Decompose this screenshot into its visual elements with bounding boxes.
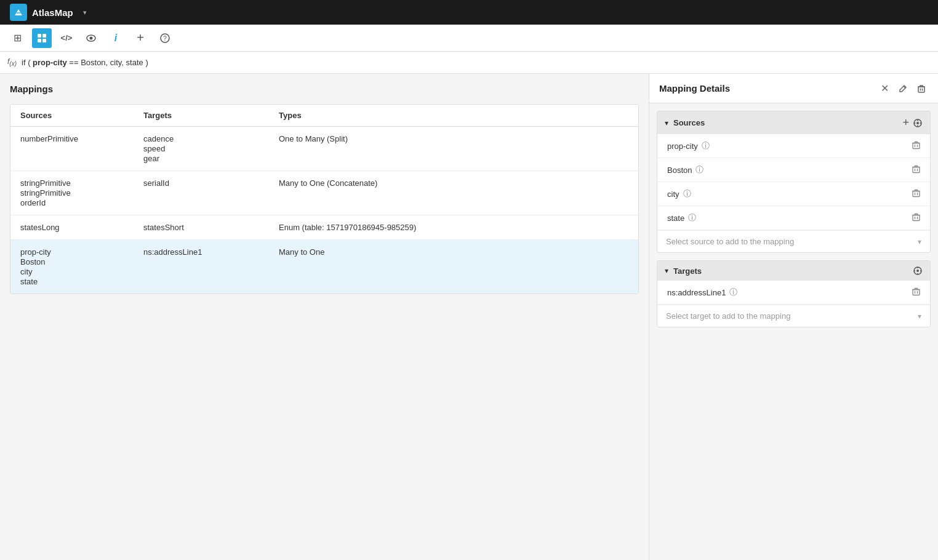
logo-icon: [10, 4, 27, 21]
formula-label: f(x): [7, 57, 17, 67]
mappings-title: Mappings: [10, 84, 639, 94]
target-name: ns:addressLine1 ⓘ: [667, 287, 737, 298]
target-info-icon[interactable]: ⓘ: [729, 287, 737, 298]
sources-chevron[interactable]: ▾: [665, 119, 668, 127]
source-info-icon[interactable]: ⓘ: [695, 164, 704, 175]
main-content: Mappings Sources Targets Types numberPri…: [0, 74, 938, 560]
app-chevron[interactable]: ▾: [83, 9, 87, 17]
delete-source-button[interactable]: [912, 213, 920, 223]
delete-source-button[interactable]: [912, 141, 920, 151]
col-sources-header: Sources: [10, 105, 134, 126]
svg-point-13: [915, 122, 916, 124]
delete-source-button[interactable]: [912, 189, 920, 199]
sources-header-left: ▾ Sources: [665, 118, 705, 127]
svg-rect-1: [42, 34, 46, 38]
close-button[interactable]: ✕: [878, 81, 891, 95]
svg-text:?: ?: [163, 35, 167, 42]
table-row[interactable]: stringPrimitivestringPrimitiveorderId se…: [10, 171, 638, 215]
right-panel: Mapping Details ✕: [649, 74, 938, 560]
source-item: city ⓘ: [657, 182, 930, 206]
table-row[interactable]: numberPrimitive cadencespeedgear One to …: [10, 127, 638, 171]
targets-section: ▾ Targets: [657, 260, 931, 327]
help-icon[interactable]: ?: [155, 28, 175, 48]
svg-rect-16: [913, 167, 920, 172]
source-item: Boston ⓘ: [657, 158, 930, 182]
svg-point-14: [920, 122, 921, 124]
table-header: Sources Targets Types: [10, 105, 638, 127]
targets-actions: [913, 266, 923, 276]
svg-point-11: [917, 119, 918, 121]
layout-icon[interactable]: ⊞: [7, 28, 27, 48]
select-target-dropdown[interactable]: Select target to add to the mapping ▾: [657, 305, 930, 327]
source-info-icon[interactable]: ⓘ: [683, 188, 691, 199]
mappings-table: Sources Targets Types numberPrimitive ca…: [10, 104, 639, 294]
svg-point-10: [916, 122, 919, 124]
sources-section: ▾ Sources +: [657, 111, 931, 253]
svg-rect-18: [913, 215, 920, 220]
target-item: ns:addressLine1 ⓘ: [657, 281, 930, 305]
delete-target-button[interactable]: [912, 287, 920, 298]
grid-icon[interactable]: [32, 28, 52, 48]
row-targets: serialId: [143, 178, 279, 207]
targets-chevron[interactable]: ▾: [665, 266, 668, 275]
source-name: city ⓘ: [667, 188, 691, 199]
svg-rect-15: [913, 143, 920, 148]
source-item: state ⓘ: [657, 206, 930, 230]
app-name: AtlasMap: [32, 7, 73, 18]
formula-bar: f(x) if ( prop-city == Boston, city, sta…: [0, 52, 938, 74]
sources-actions: +: [902, 116, 923, 129]
svg-point-20: [916, 270, 919, 272]
plus-nav-icon[interactable]: +: [130, 28, 150, 48]
mappings-panel: Mappings Sources Targets Types numberPri…: [0, 74, 649, 560]
mapping-details-header: Mapping Details ✕: [649, 74, 938, 103]
col-types-header: Types: [269, 105, 638, 126]
svg-rect-8: [918, 87, 924, 92]
svg-point-23: [914, 270, 915, 271]
source-name: prop-city ⓘ: [667, 140, 710, 151]
header-actions: ✕: [878, 81, 928, 95]
dropdown-chevron-icon: ▾: [918, 312, 921, 321]
row-sources: stringPrimitivestringPrimitiveorderId: [20, 178, 143, 207]
dropdown-chevron-icon: ▾: [918, 238, 921, 246]
svg-rect-2: [38, 39, 41, 42]
source-name: state ⓘ: [667, 212, 696, 223]
svg-rect-3: [42, 39, 46, 42]
source-info-icon[interactable]: ⓘ: [688, 212, 696, 223]
source-options-button[interactable]: [913, 116, 923, 129]
top-bar: AtlasMap ▾: [0, 0, 938, 25]
row-sources: statesLong: [20, 223, 143, 232]
add-source-button[interactable]: +: [902, 116, 909, 129]
delete-source-button[interactable]: [912, 165, 920, 175]
edit-button[interactable]: [896, 83, 910, 94]
targets-header-left: ▾ Targets: [665, 266, 702, 276]
row-targets: ns:addressLine1: [143, 247, 279, 286]
row-sources: numberPrimitive: [20, 134, 143, 163]
app-logo: AtlasMap: [10, 4, 73, 21]
table-row[interactable]: statesLong statesShort Enum (table: 1571…: [10, 215, 638, 240]
select-source-dropdown[interactable]: Select source to add to the mapping ▾: [657, 230, 930, 252]
svg-point-12: [917, 125, 918, 126]
table-row[interactable]: prop-cityBostoncitystate ns:addressLine1…: [10, 240, 638, 294]
select-target-placeholder: Select target to add to the mapping: [666, 311, 790, 321]
svg-point-22: [917, 273, 918, 274]
svg-point-24: [920, 270, 921, 271]
row-type: Many to One: [279, 247, 628, 286]
col-targets-header: Targets: [134, 105, 269, 126]
source-item: prop-city ⓘ: [657, 134, 930, 158]
svg-rect-17: [913, 191, 920, 196]
code-icon[interactable]: </>: [57, 28, 76, 48]
mapping-details-title: Mapping Details: [659, 83, 730, 94]
sources-section-header: ▾ Sources +: [657, 111, 930, 134]
target-options-button[interactable]: [913, 266, 923, 276]
row-type: Enum (table: 1571970186945-985259): [279, 223, 628, 232]
row-type: One to Many (Split): [279, 134, 628, 163]
source-name: Boston ⓘ: [667, 164, 704, 175]
select-source-placeholder: Select source to add to the mapping: [666, 237, 794, 246]
info-nav-icon[interactable]: i: [106, 28, 126, 48]
row-targets: cadencespeedgear: [143, 134, 279, 163]
source-info-icon[interactable]: ⓘ: [702, 140, 710, 151]
sub-nav: ⊞ </> i + ?: [0, 25, 938, 52]
delete-mapping-button[interactable]: [915, 83, 928, 94]
svg-rect-0: [38, 34, 41, 38]
eye-icon[interactable]: [81, 28, 101, 48]
